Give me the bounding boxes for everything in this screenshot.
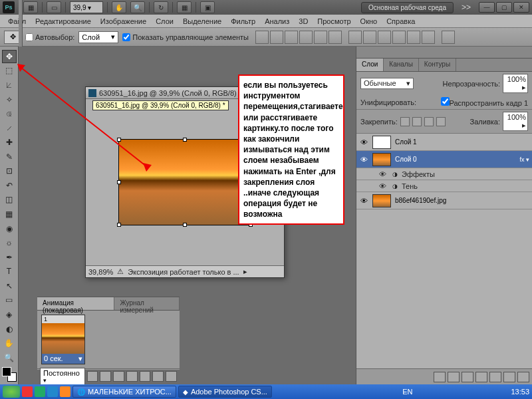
clock[interactable]: 13:53 bbox=[511, 388, 529, 396]
frame-duration[interactable]: 0 сек.▾ bbox=[42, 354, 84, 364]
fill-input[interactable]: 100% ▸ bbox=[503, 112, 528, 131]
arrange-button[interactable]: ▦ bbox=[177, 1, 192, 13]
hand-tool[interactable]: ✋ bbox=[2, 336, 17, 350]
animation-frame[interactable]: 1 0 сек.▾ bbox=[41, 315, 85, 364]
eraser-tool[interactable]: ◫ bbox=[2, 194, 17, 207]
menu-3d[interactable]: 3D bbox=[295, 16, 312, 27]
tray-icon[interactable] bbox=[439, 387, 448, 396]
gradient-tool[interactable]: ▦ bbox=[2, 207, 17, 221]
opacity-input[interactable]: 100% ▸ bbox=[503, 74, 528, 93]
tray-icon[interactable] bbox=[487, 387, 496, 396]
quicklaunch-icon[interactable] bbox=[22, 386, 33, 397]
delete-frame-button[interactable] bbox=[166, 371, 177, 382]
zoom-readout[interactable]: 39,89% bbox=[88, 268, 113, 276]
tray-icon[interactable] bbox=[463, 387, 472, 396]
layer-row[interactable]: 👁 Слой 0 fx ▾ bbox=[356, 151, 532, 168]
visibility-icon[interactable]: 👁 bbox=[359, 156, 368, 164]
tween-button[interactable] bbox=[140, 371, 151, 382]
menu-file[interactable]: Файл bbox=[4, 16, 30, 27]
distribute-btn[interactable] bbox=[378, 31, 391, 44]
bridge-button[interactable]: ▦ bbox=[23, 1, 38, 13]
collapsed-panel[interactable] bbox=[356, 47, 532, 59]
distribute-btn[interactable] bbox=[422, 31, 435, 44]
propagate-check[interactable]: Распространить кадр 1 bbox=[441, 97, 528, 107]
viewmode-button[interactable]: ▭ bbox=[47, 1, 61, 13]
close-button[interactable]: ✕ bbox=[513, 2, 529, 13]
delete-layer-button[interactable] bbox=[517, 372, 529, 382]
blend-mode-select[interactable]: Обычные▾ bbox=[360, 78, 414, 89]
visibility-icon[interactable]: 👁 bbox=[359, 197, 368, 205]
tab-channels[interactable]: Каналы bbox=[384, 59, 419, 71]
move-tool[interactable]: ✥ bbox=[2, 50, 17, 63]
layer-row[interactable]: 👁 b86ef46190ef.jpg bbox=[356, 192, 532, 209]
visibility-icon[interactable]: 👁 bbox=[359, 138, 368, 146]
menu-filter[interactable]: Фильтр bbox=[227, 16, 259, 27]
workspace-switcher[interactable]: Основная рабочая среда bbox=[361, 2, 454, 13]
tab-animation[interactable]: Анимация (покадровая) bbox=[37, 297, 114, 310]
lock-all-icon[interactable] bbox=[436, 117, 446, 126]
autoselect-check[interactable]: Автовыбор: bbox=[25, 33, 74, 41]
distribute-btn[interactable] bbox=[363, 31, 376, 44]
rotate-button[interactable]: ↻ bbox=[154, 1, 168, 13]
next-frame-button[interactable] bbox=[126, 371, 138, 382]
align-btn[interactable] bbox=[299, 31, 313, 44]
menu-analysis[interactable]: Анализ bbox=[261, 16, 293, 27]
link-layers-button[interactable] bbox=[434, 372, 446, 382]
history-tool[interactable]: ↶ bbox=[2, 179, 17, 192]
quicklaunch-icon[interactable] bbox=[47, 386, 58, 397]
minimize-button[interactable]: — bbox=[479, 2, 495, 13]
screenmode-button[interactable]: ▣ bbox=[200, 1, 215, 13]
lock-trans-icon[interactable] bbox=[400, 117, 410, 126]
lock-pos-icon[interactable] bbox=[424, 117, 434, 126]
hand-button[interactable]: ✋ bbox=[112, 1, 126, 13]
marquee-tool[interactable]: ⬚ bbox=[2, 65, 17, 78]
menu-view[interactable]: Просмотр bbox=[313, 16, 354, 27]
shape-tool[interactable]: ▭ bbox=[2, 294, 17, 307]
blur-tool[interactable]: ◉ bbox=[2, 222, 17, 235]
new-layer-button[interactable] bbox=[503, 372, 515, 382]
align-btn[interactable] bbox=[285, 31, 298, 44]
workspace-more[interactable]: >> bbox=[458, 3, 475, 12]
autoalign-btn[interactable] bbox=[442, 31, 455, 44]
color-swatches[interactable] bbox=[2, 367, 17, 382]
tab-layers[interactable]: Слои bbox=[356, 59, 384, 71]
zoom-button[interactable]: 🔍 bbox=[130, 1, 145, 13]
tray-icon[interactable] bbox=[415, 387, 424, 396]
maximize-button[interactable]: ▢ bbox=[496, 2, 512, 13]
heal-tool[interactable]: ✚ bbox=[2, 136, 17, 149]
lang-indicator[interactable]: EN bbox=[402, 388, 412, 396]
wand-tool[interactable]: ✧ bbox=[2, 93, 17, 106]
layer-effects[interactable]: 👁◑ Эффекты bbox=[356, 168, 532, 180]
menu-help[interactable]: Справка bbox=[382, 16, 419, 27]
distribute-btn[interactable] bbox=[392, 31, 406, 44]
text-tool[interactable]: T bbox=[2, 265, 17, 278]
menu-layer[interactable]: Слои bbox=[152, 16, 178, 27]
tab-paths[interactable]: Контуры bbox=[419, 59, 456, 71]
transforming-image[interactable] bbox=[118, 139, 251, 225]
loop-select[interactable]: Постоянно ▾ bbox=[40, 368, 85, 385]
quicklaunch-icon[interactable] bbox=[60, 386, 70, 397]
layer-effect-shadow[interactable]: 👁◑ Тень bbox=[356, 180, 532, 192]
menu-window[interactable]: Окно bbox=[356, 16, 382, 27]
menu-image[interactable]: Изображение bbox=[96, 16, 150, 27]
menu-select[interactable]: Выделение bbox=[179, 16, 225, 27]
tray-icon[interactable] bbox=[427, 387, 436, 396]
zoom-select[interactable]: 39,9 ▾ bbox=[70, 1, 103, 13]
taskbar-task[interactable]: 🌐 МАЛЕНЬКИЕ ХИТРОС... bbox=[72, 386, 176, 398]
distribute-btn[interactable] bbox=[348, 31, 362, 44]
layer-row[interactable]: 👁 Слой 1 bbox=[356, 134, 532, 151]
prev-frame-button[interactable] bbox=[100, 371, 111, 382]
3dcam-tool[interactable]: ◐ bbox=[2, 323, 17, 336]
lock-pixels-icon[interactable] bbox=[412, 117, 422, 126]
tab-measurements[interactable]: Журнал измерений bbox=[114, 297, 180, 310]
path-tool[interactable]: ↖ bbox=[2, 279, 17, 293]
dodge-tool[interactable]: ☼ bbox=[2, 236, 17, 249]
menu-edit[interactable]: Редактирование bbox=[31, 16, 95, 27]
mask-button[interactable] bbox=[462, 372, 473, 382]
stamp-tool[interactable]: ⊡ bbox=[2, 165, 17, 178]
eyedrop-tool[interactable]: ⟋ bbox=[2, 122, 17, 135]
zoom-tool[interactable]: 🔍 bbox=[2, 351, 17, 364]
start-button[interactable] bbox=[3, 386, 20, 398]
tray-icon[interactable] bbox=[499, 387, 508, 396]
tray-icon[interactable] bbox=[475, 387, 484, 396]
